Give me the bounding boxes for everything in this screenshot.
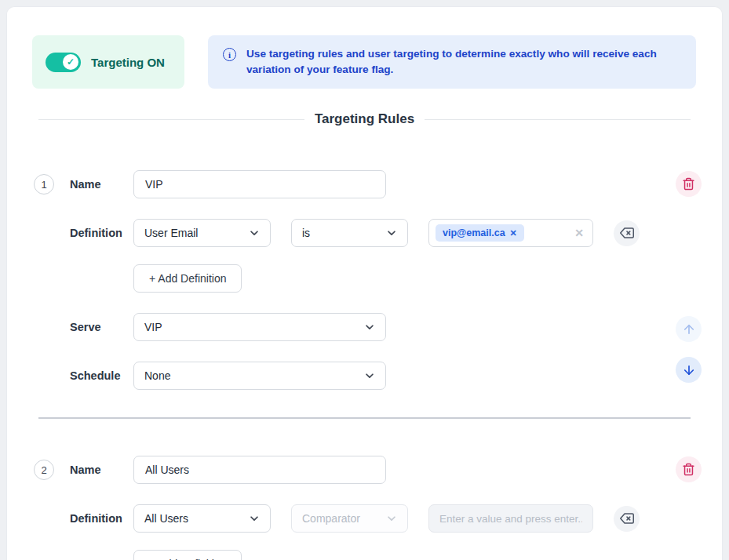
property-select[interactable]: User Email — [133, 219, 271, 247]
targeting-rule-1: 1 Name Definition User Email — [32, 170, 696, 390]
info-banner: i Use targeting rules and user targeting… — [208, 35, 696, 89]
rule-number-badge: 1 — [34, 174, 54, 195]
chevron-down-icon — [364, 370, 375, 381]
schedule-select[interactable]: None — [133, 362, 386, 390]
values-chip-input[interactable]: vip@email.ca ✕ ✕ — [428, 219, 593, 247]
targeting-status-panel: ✓ Targeting ON — [32, 35, 184, 89]
info-banner-text: Use targeting rules and user targeting t… — [246, 46, 679, 78]
rule-schedule-row: Schedule None — [32, 362, 696, 390]
rule-serve-row: Serve VIP — [32, 313, 696, 341]
schedule-select-value: None — [144, 369, 170, 382]
serve-select[interactable]: VIP — [133, 313, 386, 341]
heading-divider-right — [425, 119, 691, 120]
comparator-select-value: is — [302, 227, 310, 239]
check-icon: ✓ — [67, 57, 75, 67]
targeting-card: ✓ Targeting ON i Use targeting rules and… — [6, 6, 723, 560]
chevron-down-icon — [364, 322, 375, 333]
rule-number-badge: 2 — [34, 460, 54, 480]
add-definition-row: + Add Definition — [32, 264, 696, 293]
property-select-value: All Users — [144, 512, 188, 525]
serve-select-value: VIP — [144, 321, 162, 333]
chevron-down-icon — [249, 513, 260, 524]
rule-name-input[interactable] — [133, 170, 386, 198]
add-definition-button[interactable]: + Add Definition — [133, 550, 242, 560]
add-definition-button[interactable]: + Add Definition — [133, 264, 242, 293]
backspace-icon — [620, 511, 634, 525]
rule-definition-row: Definition All Users Comparator — [32, 504, 696, 533]
chevron-down-icon — [386, 513, 397, 524]
toggle-knob: ✓ — [63, 54, 78, 70]
remove-chip-icon[interactable]: ✕ — [510, 228, 517, 238]
targeting-toggle-label: Targeting ON — [91, 56, 165, 69]
definition-label: Definition — [32, 512, 133, 525]
delete-rule-button[interactable] — [676, 171, 702, 197]
remove-definition-button[interactable] — [614, 506, 640, 532]
value-chip-label: vip@email.ca — [443, 227, 505, 238]
chevron-down-icon — [386, 227, 397, 238]
comparator-select[interactable]: is — [291, 219, 408, 247]
targeting-rule-2: 2 Name Definition All Users Comparator — [32, 456, 696, 560]
info-icon: i — [223, 48, 236, 61]
backspace-icon — [620, 226, 634, 240]
rule-divider — [38, 417, 691, 419]
property-select[interactable]: All Users — [133, 504, 271, 533]
heading-divider-left — [38, 119, 304, 120]
clear-values-icon[interactable]: ✕ — [574, 227, 584, 239]
serve-label: Serve — [32, 321, 133, 333]
move-rule-down-button[interactable] — [676, 357, 702, 383]
targeting-toggle[interactable]: ✓ — [46, 53, 81, 72]
comparator-select: Comparator — [291, 504, 408, 533]
value-entry-input — [428, 504, 593, 533]
delete-rule-button[interactable] — [676, 456, 702, 482]
definition-label: Definition — [32, 227, 133, 239]
top-row: ✓ Targeting ON i Use targeting rules and… — [32, 35, 696, 89]
arrow-down-icon — [682, 363, 696, 377]
trash-icon — [682, 177, 695, 191]
section-title: Targeting Rules — [315, 111, 414, 127]
trash-icon — [682, 463, 695, 476]
remove-definition-button[interactable] — [614, 220, 640, 246]
schedule-label: Schedule — [32, 369, 133, 382]
chevron-down-icon — [249, 227, 260, 238]
arrow-up-icon — [682, 322, 696, 336]
rule-name-row: Name — [32, 456, 696, 484]
rule-name-input[interactable] — [133, 456, 386, 484]
comparator-select-placeholder: Comparator — [302, 512, 360, 525]
value-chip: vip@email.ca ✕ — [436, 224, 524, 242]
add-definition-row: + Add Definition — [32, 550, 696, 560]
rule-definition-row: Definition User Email is vip@email.ca ✕ … — [32, 219, 696, 247]
move-rule-up-button[interactable] — [676, 316, 702, 342]
property-select-value: User Email — [144, 227, 198, 239]
rule-name-row: Name — [32, 170, 696, 198]
section-heading: Targeting Rules — [32, 111, 696, 127]
